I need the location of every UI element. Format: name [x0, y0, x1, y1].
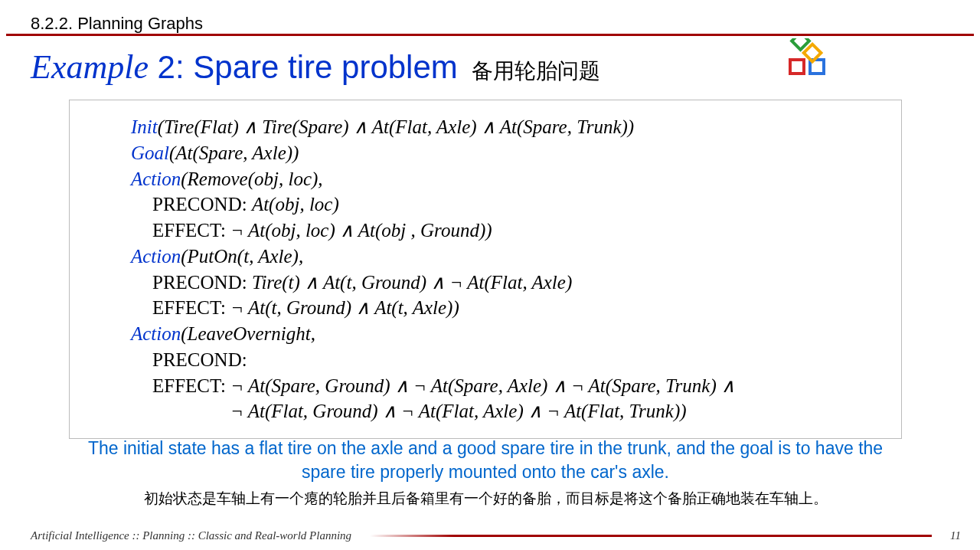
explanation-en: The initial state has a flat tire on the…: [69, 437, 902, 484]
breadcrumb: Artificial Intelligence :: Planning :: C…: [31, 529, 351, 542]
effect-3: EFFECT:: [152, 375, 230, 396]
code-l1: (Tire(Flat) ∧ Tire(Spare) ∧ At(Flat, Axl…: [158, 116, 634, 137]
kw-init: Init: [131, 116, 158, 137]
effect-2: EFFECT:: [152, 297, 230, 318]
footer: Artificial Intelligence :: Planning :: C…: [31, 529, 961, 542]
slide-title: Example 2: Spare tire problem 备用轮胎问题: [31, 47, 827, 87]
title-example-label: Example: [31, 48, 149, 86]
code-l6: (PutOn(t, Axle),: [181, 246, 303, 267]
pddl-code-box: Init(Tire(Flat) ∧ Tire(Spare) ∧ At(Flat,…: [69, 100, 902, 439]
section-header: 8.2.2. Planning Graphs: [31, 14, 203, 34]
svg-rect-0: [790, 60, 804, 74]
effect-1: EFFECT:: [152, 220, 230, 241]
logo-icon: [787, 38, 827, 78]
explanation: The initial state has a flat tire on the…: [69, 437, 902, 509]
title-text: 2: Spare tire problem: [149, 49, 458, 85]
page-number: 11: [950, 529, 961, 542]
code-l2: (At(Spare, Axle)): [169, 142, 299, 163]
precond-1: PRECOND:: [152, 194, 252, 214]
kw-goal: Goal: [131, 142, 169, 163]
divider-top: [6, 34, 974, 36]
title-zh: 备用轮胎问题: [472, 57, 600, 86]
explanation-zh: 初始状态是车轴上有一个瘪的轮胎并且后备箱里有一个好的备胎，而目标是将这个备胎正确…: [69, 489, 902, 509]
code-l9: (LeaveOvernight,: [181, 323, 315, 344]
kw-action-2: Action: [131, 246, 181, 267]
code-l11: ¬ At(Spare, Ground) ∧ ¬ At(Spare, Axle) …: [230, 375, 735, 396]
code-l3: (Remove(obj, loc),: [181, 169, 322, 189]
divider-bottom: [370, 535, 932, 537]
code-l12: ¬ At(Flat, Ground) ∧ ¬ At(Flat, Axle) ∧ …: [230, 401, 687, 421]
code-l5: ¬ At(obj, loc) ∧ At(obj , Ground)): [230, 220, 492, 241]
code-l4: At(obj, loc): [252, 194, 339, 214]
kw-action-3: Action: [131, 323, 181, 344]
code-l8: ¬ At(t, Ground) ∧ At(t, Axle)): [230, 297, 459, 318]
precond-3: PRECOND:: [152, 349, 247, 370]
precond-2: PRECOND:: [152, 272, 252, 293]
code-l7: Tire(t) ∧ At(t, Ground) ∧ ¬ At(Flat, Axl…: [252, 272, 572, 293]
kw-action-1: Action: [131, 169, 181, 189]
